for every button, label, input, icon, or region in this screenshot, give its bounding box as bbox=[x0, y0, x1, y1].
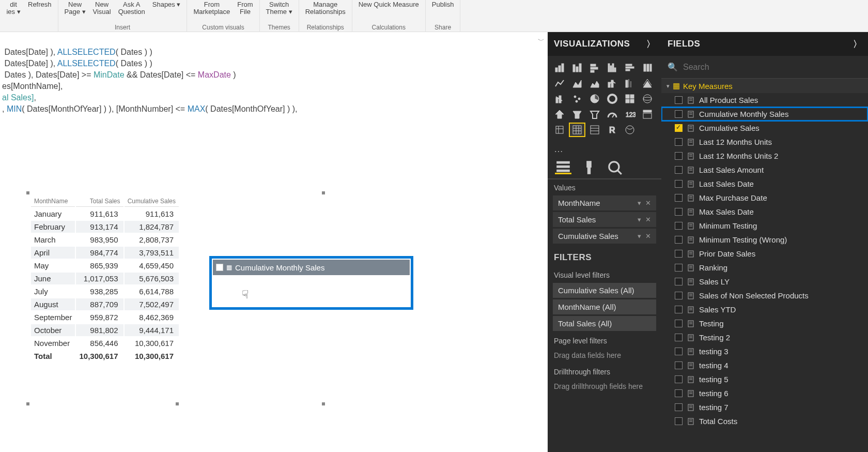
viz-matrix2[interactable] bbox=[587, 123, 602, 137]
viz-waterfall[interactable] bbox=[622, 77, 638, 90]
viz-combo[interactable] bbox=[605, 77, 620, 90]
field-item[interactable]: Sales LY bbox=[661, 275, 868, 289]
field-item[interactable]: testing 3 bbox=[661, 344, 868, 358]
checkbox-icon[interactable] bbox=[675, 124, 683, 132]
checkbox-icon[interactable] bbox=[675, 375, 683, 383]
viz-stacked-hbar[interactable] bbox=[587, 61, 602, 74]
drill-filters-hint[interactable]: Drag drillthrough fields here bbox=[548, 378, 661, 395]
dropdown-icon[interactable]: ▾ bbox=[638, 216, 641, 223]
fields-search[interactable]: 🔍 bbox=[661, 56, 868, 79]
field-item[interactable]: testing 4 bbox=[661, 358, 868, 372]
field-item[interactable]: Cumulative Sales bbox=[661, 121, 868, 135]
dropdown-icon[interactable]: ▾ bbox=[638, 199, 641, 207]
viz-line[interactable] bbox=[552, 77, 567, 90]
viz-r-visual[interactable]: R bbox=[605, 123, 620, 137]
field-item[interactable]: Testing 2 bbox=[661, 330, 868, 344]
checkbox-icon[interactable] bbox=[675, 292, 683, 299]
page-filters-hint[interactable]: Drag data fields here bbox=[548, 347, 661, 364]
viz-clustered-column[interactable] bbox=[605, 61, 620, 74]
viz-funnel-area[interactable] bbox=[640, 77, 655, 90]
field-well[interactable]: MonthName▾✕ bbox=[553, 195, 656, 210]
viz-matrix[interactable] bbox=[569, 123, 585, 137]
from-marketplace[interactable]: FromMarketplace bbox=[190, 0, 233, 17]
viz-treemap[interactable] bbox=[622, 92, 638, 106]
new-quick-measure[interactable]: New Quick Measure bbox=[355, 0, 422, 9]
field-well[interactable]: Total Sales▾✕ bbox=[553, 212, 656, 227]
viz-scatter-line[interactable] bbox=[552, 92, 567, 106]
switch-theme[interactable]: SwitchTheme ▾ bbox=[263, 0, 296, 17]
chevron-right-icon[interactable]: 〉 bbox=[853, 38, 862, 50]
filter-chip[interactable]: Cumulative Sales (All) bbox=[553, 283, 656, 298]
viz-multi-card[interactable] bbox=[640, 108, 655, 121]
checkbox-icon[interactable] bbox=[675, 194, 683, 202]
field-item[interactable]: Last 12 Months Units 2 bbox=[661, 149, 868, 163]
viz-scatter[interactable] bbox=[569, 92, 585, 106]
viz-donut[interactable] bbox=[605, 92, 620, 106]
analytics-tab[interactable] bbox=[607, 161, 623, 174]
checkbox-icon[interactable] bbox=[675, 389, 683, 397]
field-item[interactable]: Total Costs bbox=[661, 414, 868, 428]
search-input[interactable] bbox=[683, 63, 862, 72]
field-item[interactable]: Max Purchase Date bbox=[661, 191, 868, 205]
fields-tab[interactable] bbox=[555, 161, 571, 174]
field-item[interactable]: Last Sales Date bbox=[661, 177, 868, 191]
checkbox-icon[interactable] bbox=[675, 180, 683, 188]
manage-relationships[interactable]: ManageRelationships bbox=[302, 0, 349, 17]
viz-gauge[interactable] bbox=[605, 108, 620, 121]
checkbox-icon[interactable] bbox=[675, 152, 683, 160]
dropdown-icon[interactable]: ▾ bbox=[638, 232, 641, 240]
checkbox-icon[interactable] bbox=[675, 208, 683, 216]
collapse-chevron-icon[interactable]: ﹀ bbox=[538, 36, 545, 46]
remove-icon[interactable]: ✕ bbox=[645, 199, 651, 207]
ask-question[interactable]: Ask AQuestion bbox=[115, 0, 148, 17]
field-group[interactable]: ▾▦Key Measures bbox=[661, 79, 868, 93]
field-item[interactable]: Minimum Testing (Wrong) bbox=[661, 233, 868, 247]
viz-card[interactable]: 123 bbox=[622, 108, 638, 121]
chevron-right-icon[interactable]: 〉 bbox=[646, 38, 656, 50]
remove-icon[interactable]: ✕ bbox=[645, 232, 651, 240]
viz-arcgis[interactable] bbox=[622, 123, 638, 137]
field-item[interactable]: All Product Sales bbox=[661, 93, 868, 107]
field-item[interactable]: Ranking bbox=[661, 261, 868, 275]
checkbox-icon[interactable] bbox=[675, 417, 683, 425]
checkbox-icon[interactable] bbox=[675, 222, 683, 230]
field-well[interactable]: Cumulative Sales▾✕ bbox=[553, 229, 656, 244]
viz-clustered-bar[interactable] bbox=[569, 61, 585, 74]
format-tab[interactable] bbox=[581, 161, 597, 174]
new-visual[interactable]: NewVisual bbox=[90, 0, 114, 17]
edit-queries[interactable]: dities ▾ bbox=[3, 0, 24, 17]
publish[interactable]: Publish bbox=[429, 0, 457, 9]
field-item[interactable]: Sales of Non Selected Products bbox=[661, 289, 868, 303]
viz-pie[interactable] bbox=[587, 92, 602, 106]
field-item[interactable]: Testing bbox=[661, 317, 868, 330]
checkbox-icon[interactable] bbox=[675, 320, 683, 327]
field-item[interactable]: testing 6 bbox=[661, 386, 868, 400]
filter-chip[interactable]: MonthName (All) bbox=[553, 299, 656, 314]
report-canvas[interactable]: ﹀ Dates[Date] ), ALLSELECTED( Dates ) ) … bbox=[0, 32, 548, 452]
filter-chip[interactable]: Total Sales (All) bbox=[553, 316, 656, 331]
checkbox-icon[interactable] bbox=[675, 361, 683, 369]
from-file[interactable]: FromFile bbox=[234, 0, 256, 17]
field-item[interactable]: Last 12 Months Units bbox=[661, 135, 868, 149]
field-item[interactable]: Prior Date Sales bbox=[661, 247, 868, 261]
field-item[interactable]: testing 7 bbox=[661, 400, 868, 414]
formula-bar[interactable]: Dates[Date] ), ALLSELECTED( Dates ) ) Da… bbox=[0, 47, 548, 115]
checkbox-icon[interactable] bbox=[675, 278, 683, 285]
shapes[interactable]: Shapes ▾ bbox=[149, 0, 184, 9]
checkbox-icon[interactable] bbox=[675, 403, 683, 411]
viz-shape-map[interactable] bbox=[552, 108, 567, 121]
viz-stacked-bar[interactable] bbox=[552, 61, 567, 74]
checkbox-icon[interactable] bbox=[675, 264, 683, 272]
field-item[interactable]: Minimum Testing bbox=[661, 219, 868, 233]
field-item[interactable]: Cumulative Monthly Sales bbox=[661, 107, 868, 121]
viz-area[interactable] bbox=[569, 77, 585, 90]
checkbox-icon[interactable] bbox=[675, 110, 683, 118]
checkbox-icon[interactable] bbox=[675, 166, 683, 174]
field-item[interactable]: Last Sales Amount bbox=[661, 163, 868, 177]
viz-table[interactable] bbox=[552, 123, 567, 137]
viz-globe[interactable] bbox=[640, 92, 655, 106]
checkbox-icon[interactable] bbox=[675, 348, 683, 355]
viz-stacked-area[interactable] bbox=[587, 77, 602, 90]
viz-ribbon-chart[interactable] bbox=[640, 61, 655, 74]
more-visuals-icon[interactable]: … bbox=[548, 142, 661, 157]
